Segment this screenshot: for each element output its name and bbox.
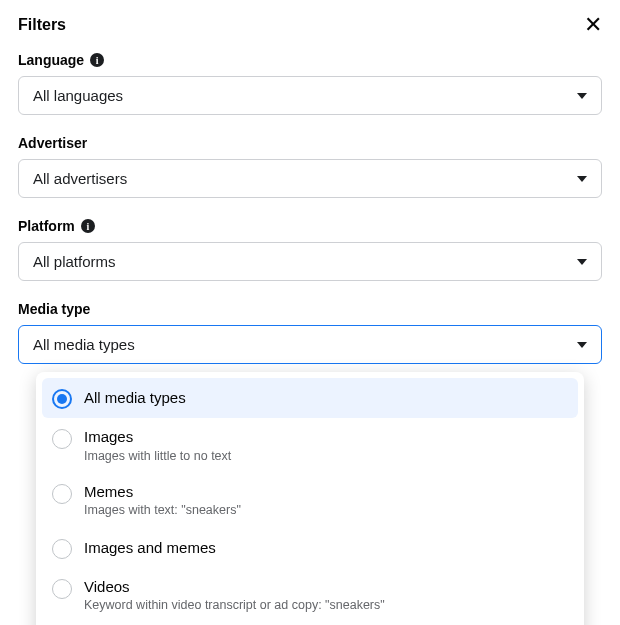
panel-title: Filters: [18, 16, 66, 34]
language-select[interactable]: All languages: [18, 76, 602, 115]
advertiser-select[interactable]: All advertisers: [18, 159, 602, 198]
option-videos[interactable]: Videos Keyword within video transcript o…: [42, 568, 578, 623]
platform-select[interactable]: All platforms: [18, 242, 602, 281]
radio-icon: [52, 579, 72, 599]
media-type-label-text: Media type: [18, 301, 90, 317]
advertiser-label-text: Advertiser: [18, 135, 87, 151]
info-icon[interactable]: i: [81, 219, 95, 233]
chevron-down-icon: [577, 176, 587, 182]
chevron-down-icon: [577, 93, 587, 99]
platform-section: Platform i All platforms: [18, 218, 602, 281]
radio-icon: [52, 389, 72, 409]
info-icon[interactable]: i: [90, 53, 104, 67]
option-text: Images Images with little to no text: [84, 427, 231, 464]
chevron-down-icon: [577, 342, 587, 348]
language-label: Language i: [18, 52, 602, 68]
media-type-label: Media type: [18, 301, 602, 317]
option-label: Images and memes: [84, 538, 216, 558]
option-text: Memes Images with text: "sneakers": [84, 482, 241, 519]
radio-icon: [52, 539, 72, 559]
platform-label: Platform i: [18, 218, 602, 234]
language-section: Language i All languages: [18, 52, 602, 115]
media-type-dropdown: All media types Images Images with littl…: [36, 372, 584, 625]
close-button[interactable]: ✕: [584, 14, 602, 36]
option-label: Images: [84, 427, 231, 447]
radio-icon: [52, 429, 72, 449]
option-label: All media types: [84, 388, 186, 408]
media-type-value: All media types: [33, 336, 135, 353]
filters-header: Filters ✕: [18, 14, 602, 36]
option-images-and-memes[interactable]: Images and memes: [42, 528, 578, 568]
option-memes[interactable]: Memes Images with text: "sneakers": [42, 473, 578, 528]
option-text: Images and memes: [84, 538, 216, 558]
option-desc: Images with text: "sneakers": [84, 502, 241, 518]
language-label-text: Language: [18, 52, 84, 68]
advertiser-value: All advertisers: [33, 170, 127, 187]
platform-label-text: Platform: [18, 218, 75, 234]
media-type-select[interactable]: All media types: [18, 325, 602, 364]
option-text: All media types: [84, 388, 186, 408]
option-images[interactable]: Images Images with little to no text: [42, 418, 578, 473]
advertiser-label: Advertiser: [18, 135, 602, 151]
option-desc: Images with little to no text: [84, 448, 231, 464]
option-text: Videos Keyword within video transcript o…: [84, 577, 385, 614]
option-label: Videos: [84, 577, 385, 597]
platform-value: All platforms: [33, 253, 116, 270]
option-label: Memes: [84, 482, 241, 502]
radio-icon: [52, 484, 72, 504]
advertiser-section: Advertiser All advertisers: [18, 135, 602, 198]
media-type-section: Media type All media types All media typ…: [18, 301, 602, 364]
close-icon: ✕: [584, 12, 602, 37]
option-all-media-types[interactable]: All media types: [42, 378, 578, 418]
option-desc: Keyword within video transcript or ad co…: [84, 597, 385, 613]
chevron-down-icon: [577, 259, 587, 265]
language-value: All languages: [33, 87, 123, 104]
